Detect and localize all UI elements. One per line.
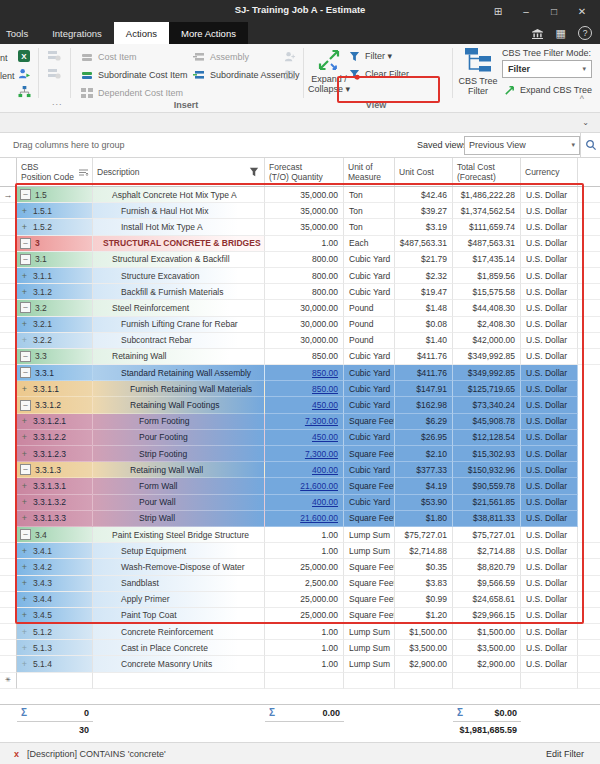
description-cell[interactable]: Furnish Retaining Wall Materials — [93, 381, 265, 397]
unit-cost-cell[interactable]: $1.20 — [395, 608, 453, 624]
description-cell[interactable]: Pour Wall — [93, 495, 265, 511]
description-cell[interactable]: Retaining Wall Wall — [93, 462, 265, 478]
unit-cost-cell[interactable]: $0.99 — [395, 592, 453, 608]
unit-of-measure-cell[interactable]: Lump Sum — [344, 543, 395, 559]
collapse-icon[interactable]: – — [20, 254, 31, 265]
cbs-tree-filter-button[interactable]: CBS Tree Filter — [458, 47, 498, 96]
unit-cost-cell[interactable]: $4.19 — [395, 478, 453, 494]
currency-cell[interactable]: U.S. Dollar — [521, 656, 578, 672]
row-filler[interactable] — [578, 478, 600, 494]
quantity-cell[interactable]: 800.00 — [265, 268, 344, 284]
edit-filter-link[interactable]: Edit Filter — [546, 749, 584, 759]
row-filler[interactable] — [578, 527, 600, 543]
table-row[interactable]: +3.1.1Structure Excavation800.00Cubic Ya… — [0, 268, 600, 284]
currency-cell[interactable]: U.S. Dollar — [521, 187, 578, 203]
description-cell[interactable]: Structural Excavation & Backfill — [93, 252, 265, 268]
tab-actions[interactable]: Actions — [114, 22, 169, 44]
table-row[interactable]: +3.3.1.3.1Form Wall21,600.00Square Feet$… — [0, 478, 600, 494]
column-header-unit-cost[interactable]: Unit Cost — [395, 158, 453, 186]
currency-cell[interactable]: U.S. Dollar — [521, 365, 578, 381]
unit-cost-cell[interactable]: $2.32 — [395, 268, 453, 284]
total-cost-cell[interactable]: $1,486,222.28 — [453, 187, 521, 203]
row-indicator[interactable] — [0, 640, 17, 656]
unit-cost-cell[interactable]: $75,727.01 — [395, 527, 453, 543]
description-cell[interactable]: Asphalt Concrete Hot Mix Type A — [93, 187, 265, 203]
cbs-position-code-cell[interactable]: –3.3.1.3 — [17, 462, 93, 478]
expand-icon[interactable]: + — [20, 594, 29, 604]
table-row[interactable]: –3.2Steel Reinforcement30,000.00Pound$1.… — [0, 300, 600, 316]
currency-cell[interactable]: U.S. Dollar — [521, 478, 578, 494]
total-cost-cell[interactable]: $42,000.00 — [453, 333, 521, 349]
cbs-position-code-cell[interactable]: +3.2.1 — [17, 317, 93, 333]
expand-icon[interactable]: + — [20, 546, 29, 556]
description-cell[interactable]: Form Wall — [93, 478, 265, 494]
summary-total-selected[interactable]: Σ $0.00 — [453, 705, 521, 722]
column-header-cbs-position-code[interactable]: CBS Position Code — [17, 158, 93, 186]
table-row[interactable]: +5.1.2Concrete Reinforcement1.00Lump Sum… — [0, 624, 600, 640]
cbs-position-code-cell[interactable]: +5.1.4 — [17, 656, 93, 672]
sort-ascending-icon[interactable] — [79, 169, 89, 177]
table-row[interactable]: +3.4.4Apply Primer25,000.00Square Feet$0… — [0, 592, 600, 608]
total-cost-cell[interactable]: $38,811.33 — [453, 511, 521, 527]
cbs-position-code-cell[interactable]: +3.4.1 — [17, 543, 93, 559]
truncated-button-label[interactable]: nt — [0, 53, 8, 63]
table-row[interactable]: +5.1.4Concrete Masonry Units1.00Lump Sum… — [0, 656, 600, 672]
quantity-cell[interactable]: 25,000.00 — [265, 559, 344, 575]
expand-icon[interactable]: + — [20, 610, 29, 620]
cbs-position-code-cell[interactable]: +3.3.1.3.3 — [17, 511, 93, 527]
unit-cost-cell[interactable]: $377.33 — [395, 462, 453, 478]
table-row[interactable]: –3STRUCTURAL CONCRETE & BRIDGES1.00Each$… — [0, 236, 600, 252]
cbs-position-code-cell[interactable]: –3.1 — [17, 252, 93, 268]
unit-of-measure-cell[interactable]: Lump Sum — [344, 656, 395, 672]
table-row[interactable]: +3.3.1.3.2Pour Wall400.00Cubic Yard$53.9… — [0, 495, 600, 511]
unit-cost-cell[interactable]: $42.46 — [395, 187, 453, 203]
unit-cost-cell[interactable]: $3.19 — [395, 219, 453, 235]
quantity-cell[interactable]: 25,000.00 — [265, 608, 344, 624]
column-filter-icon[interactable] — [249, 167, 259, 177]
search-button[interactable] — [580, 133, 600, 157]
row-filler[interactable] — [578, 317, 600, 333]
unit-cost-cell[interactable]: $2.10 — [395, 446, 453, 462]
row-indicator[interactable] — [0, 236, 17, 252]
expand-icon[interactable]: + — [20, 432, 29, 442]
row-indicator[interactable] — [0, 203, 17, 219]
currency-cell[interactable]: U.S. Dollar — [521, 333, 578, 349]
row-filler[interactable] — [578, 203, 600, 219]
quantity-cell[interactable]: 450.00 — [265, 430, 344, 446]
quantity-link[interactable]: 850.00 — [312, 384, 338, 394]
new-row[interactable]: ✳ — [0, 673, 600, 689]
currency-cell[interactable]: U.S. Dollar — [521, 640, 578, 656]
filter-expression[interactable]: [Description] CONTAINS 'concrete' — [27, 749, 166, 759]
unit-cost-cell[interactable]: $487,563.31 — [395, 236, 453, 252]
cbs-position-code-cell[interactable]: +5.1.2 — [17, 624, 93, 640]
row-filler[interactable] — [578, 219, 600, 235]
toolbar-overflow-icon[interactable]: ⌄ — [582, 118, 589, 127]
quantity-link[interactable]: 21,600.00 — [300, 513, 338, 523]
quantity-cell[interactable]: 1.00 — [265, 624, 344, 640]
unit-of-measure-cell[interactable]: Lump Sum — [344, 640, 395, 656]
unit-of-measure-cell[interactable] — [344, 673, 395, 689]
total-cost-cell[interactable]: $8,820.79 — [453, 559, 521, 575]
row-indicator[interactable] — [0, 495, 17, 511]
collapse-icon[interactable]: – — [20, 189, 31, 200]
help-icon[interactable]: ? — [578, 26, 592, 40]
row-indicator[interactable] — [0, 478, 17, 494]
quantity-link[interactable]: 7,300.00 — [305, 416, 338, 426]
total-cost-cell[interactable]: $1,500.00 — [453, 624, 521, 640]
table-row[interactable]: +3.3.1.2.1Form Footing7,300.00Square Fee… — [0, 414, 600, 430]
collapse-icon[interactable]: – — [20, 367, 31, 378]
quantity-cell[interactable]: 7,300.00 — [265, 446, 344, 462]
cbs-position-code-cell[interactable] — [17, 673, 93, 689]
total-cost-cell[interactable]: $29,966.15 — [453, 608, 521, 624]
unit-cost-cell[interactable]: $0.35 — [395, 559, 453, 575]
row-filler[interactable] — [578, 236, 600, 252]
column-header-description[interactable]: Description — [93, 158, 265, 186]
unit-cost-cell[interactable]: $21.79 — [395, 252, 453, 268]
currency-cell[interactable]: U.S. Dollar — [521, 300, 578, 316]
unit-cost-cell[interactable]: $411.76 — [395, 349, 453, 365]
description-cell[interactable]: Retaining Wall Footings — [93, 397, 265, 413]
quantity-link[interactable]: 450.00 — [312, 432, 338, 442]
unit-cost-cell[interactable]: $2,900.00 — [395, 656, 453, 672]
description-cell[interactable]: Steel Reinforcement — [93, 300, 265, 316]
unit-cost-cell[interactable]: $1,500.00 — [395, 624, 453, 640]
